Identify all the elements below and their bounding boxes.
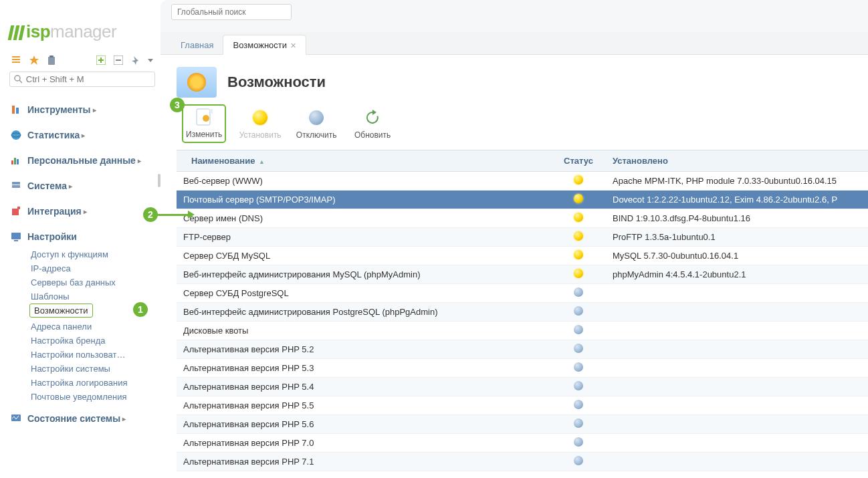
status-on-icon [574,231,583,241]
cell-status [551,359,606,377]
tab-features[interactable]: Возможности✕ [223,35,306,55]
svg-rect-19 [14,158,16,164]
table-row[interactable]: Веб-интерфейс администрирования MySQL (p… [177,265,868,284]
list-icon[interactable] [11,54,23,66]
sub-logging[interactable]: Настройка логирования [29,376,155,390]
main: Главная Возможности✕ Возможности 3 Измен… [160,0,868,478]
cell-status [551,265,606,283]
caret-down-icon[interactable] [147,54,154,66]
sidebar-item-stats[interactable]: Статистика▸ [9,124,155,146]
table-row[interactable]: Сервер СУБД PostgreSQL [177,284,868,303]
status-on-icon [574,213,583,222]
page-header: Возможности [177,67,868,98]
status-off-icon [574,306,583,316]
cell-status [551,228,606,246]
cell-installed [606,421,868,428]
col-name[interactable]: Наименование ▲ [177,150,551,171]
sub-sys[interactable]: Настройки системы [29,362,155,376]
table-row[interactable]: Веб-интерфейс администрирования PostgreS… [177,303,868,322]
sub-mailnotif[interactable]: Почтовые уведомления [29,390,155,404]
search-input[interactable] [26,74,150,84]
table-row[interactable]: Альтернативная версия PHP 7.0 [177,434,868,453]
pin-icon[interactable] [130,54,142,66]
sub-features[interactable]: Возможности [29,304,93,318]
sidebar-item-tools[interactable]: Инструменты▸ [9,99,155,120]
features-table: Наименование ▲ Статус Установлено Веб-се… [177,150,868,471]
cell-installed [606,384,868,390]
sidebar-item-system[interactable]: Система▸ [9,175,155,197]
sidebar-search[interactable] [9,72,155,87]
cell-installed: Apache MPM-ITK, PHP module 7.0.33-0ubunt… [606,172,868,189]
sub-users[interactable]: Настройки пользоват… [29,348,155,362]
table-row[interactable]: Веб-сервер (WWW)Apache MPM-ITK, PHP modu… [177,172,868,191]
svg-rect-21 [12,182,20,185]
cell-installed [606,365,868,372]
status-off-icon [574,362,583,372]
cell-status [551,378,606,396]
sub-brand[interactable]: Настройка бренда [29,334,155,348]
table-row[interactable]: Альтернативная версия PHP 5.5 [177,396,868,415]
page-content: Возможности 3 Изменить Установить Отключ… [160,55,868,471]
cell-status [551,191,606,209]
cell-installed [606,309,868,316]
status-on-icon [574,175,583,185]
star-icon[interactable] [28,54,40,66]
globe-icon [11,130,23,140]
cell-status [551,284,606,302]
cell-name: Веб-сервер (WWW) [177,172,551,189]
cell-name: Альтернативная версия PHP 5.4 [177,378,551,395]
close-icon[interactable]: ✕ [290,41,296,49]
table-row[interactable]: FTP-серверProFTP 1.3.5a-1ubuntu0.1 [177,228,868,247]
cell-name: Сервер имен (DNS) [177,210,551,227]
action-edit[interactable]: Изменить [182,104,226,143]
global-search-input[interactable] [171,4,292,20]
svg-rect-23 [12,209,19,215]
logo-isp: isp [9,21,50,42]
cell-name: Альтернативная версия PHP 7.0 [177,435,551,451]
action-update[interactable]: Обновить [350,108,395,140]
sidebar-item-personal[interactable]: Персональные данные▸ [9,150,155,171]
table-row[interactable]: Альтернативная версия PHP 5.2 [177,340,868,359]
action-disable[interactable]: Отключить [294,108,338,140]
sub-access[interactable]: Доступ к функциям [29,247,155,261]
cell-name: Альтернативная версия PHP 5.6 [177,416,551,433]
logo: ispmanager [9,21,155,42]
cell-name: Альтернативная версия PHP 5.3 [177,360,551,376]
table-row[interactable]: Альтернативная версия PHP 7.1 [177,453,868,471]
status-off-icon [574,344,583,353]
sub-paneladdr[interactable]: Адреса панели [29,320,155,334]
cell-name: Дисковые квоты [177,322,551,339]
action-install[interactable]: Установить [238,108,282,140]
clipboard-icon[interactable] [45,54,58,66]
sidebar-item-settings[interactable]: Настройки [9,226,155,247]
table-row[interactable]: Альтернативная версия PHP 5.4 [177,378,868,396]
status-on-icon [574,269,583,278]
table-row[interactable]: Альтернативная версия PHP 5.6 [177,415,868,434]
col-status[interactable]: Статус [551,150,606,171]
plus-icon[interactable] [95,54,107,66]
sub-ip[interactable]: IP-адреса [29,261,155,275]
table-body: Веб-сервер (WWW)Apache MPM-ITK, PHP modu… [177,172,868,471]
resize-handle[interactable] [158,174,160,187]
cell-installed: Dovecot 1:2.2.22-1ubuntu2.12, Exim 4.86.… [606,191,868,208]
sidebar-item-integration[interactable]: Интеграция▸ [9,201,155,222]
table-row[interactable]: Почтовый сервер (SMTP/POP3/IMAP)Dovecot … [177,191,868,209]
sub-templates[interactable]: Шаблоны [29,289,155,304]
table-row[interactable]: Сервер СУБД MySQLMySQL 5.7.30-0ubuntu0.1… [177,247,868,265]
sub-dbservers[interactable]: Серверы баз данных [29,275,155,289]
table-row[interactable]: Дисковые квоты [177,322,868,340]
table-row[interactable]: Сервер имен (DNS)BIND 1:9.10.3.dfsg.P4-8… [177,209,868,228]
bulb-on-icon [249,108,272,128]
search-icon [14,75,22,84]
col-installed[interactable]: Установлено [606,150,868,171]
cell-status [551,322,606,340]
svg-rect-24 [17,207,20,209]
badge-1: 1 [133,302,148,317]
svg-point-30 [203,115,209,122]
svg-rect-20 [17,159,19,164]
minus-icon[interactable] [112,54,124,66]
status-off-icon [574,456,583,465]
tab-main[interactable]: Главная [171,35,223,54]
table-row[interactable]: Альтернативная версия PHP 5.3 [177,359,868,378]
sidebar-item-state[interactable]: Состояние системы▸ [9,408,155,429]
